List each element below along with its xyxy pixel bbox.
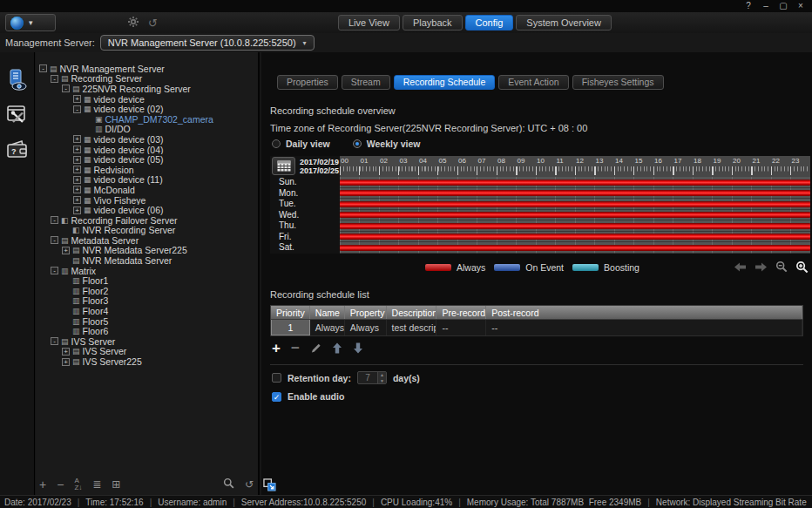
tree-item-video-device[interactable]: +▦video device [36,94,260,105]
tree-item-mcdonald[interactable]: +▦McDonald [36,185,260,195]
column-header-property[interactable]: Property [345,306,387,319]
expand-icon[interactable]: + [62,358,70,366]
view-option-daily-view[interactable]: Daily view [272,139,330,149]
day-row-tue[interactable] [340,199,810,210]
tree-item-redvision[interactable]: +▦Redvision [36,165,260,175]
column-header-name[interactable]: Name [310,306,345,319]
tree-item-video-device-05[interactable]: +▦video device (05) [36,154,260,165]
edit-schedule-icon[interactable] [310,342,321,356]
calendar-button[interactable] [272,157,295,175]
enable-audio-checkbox[interactable]: ✓ [272,392,281,402]
tree-item-floor6[interactable]: ▥Floor6 [36,326,260,336]
collapse-icon[interactable]: - [73,105,81,113]
column-header-priority[interactable]: Priority [271,306,310,319]
collapse-icon[interactable]: - [51,75,58,83]
move-up-icon[interactable] [332,342,342,356]
tree-item-recording-server[interactable]: -▤Recording Server [36,74,260,85]
tab-properties[interactable]: Properties [277,75,338,90]
tree-item-vivo-fisheye[interactable]: +▦Vivo Fisheye [36,195,260,206]
minimize-button[interactable]: – [760,1,772,11]
collapse-icon[interactable]: - [51,216,58,224]
list-view-icon[interactable]: ≣ [92,478,101,491]
refresh-icon[interactable]: ↺ [245,478,254,491]
license-icon[interactable]: ? [5,138,30,162]
expand-icon[interactable]: + [73,166,81,173]
schedule-bar-always[interactable] [340,201,810,207]
tree-item-floor5[interactable]: ▥Floor5 [36,316,260,327]
settings-export-icon[interactable] [127,16,139,30]
tab-config[interactable]: Config [465,15,514,30]
restore-button[interactable]: ▢ [777,1,789,11]
tree-item-floor4[interactable]: ▥Floor4 [36,306,260,316]
tree-item-recording-failover-server[interactable]: -◧Recording Failover Server [36,215,260,226]
remove-schedule-icon[interactable]: − [291,342,300,356]
add-device-icon[interactable]: ⊞ [112,478,120,491]
remote-config-icon[interactable] [5,103,30,127]
expand-icon[interactable]: + [62,247,70,254]
device-view-icon[interactable] [5,68,30,92]
add-icon[interactable]: + [39,478,46,491]
schedule-bar-always[interactable] [340,179,810,186]
search-icon[interactable] [223,478,234,491]
scroll-left-icon[interactable] [734,262,747,274]
collapse-icon[interactable]: - [51,236,58,244]
tree-item-matrix[interactable]: -▥Matrix [36,266,260,276]
tree-item-floor2[interactable]: ▥Floor2 [36,286,260,296]
expand-icon[interactable]: + [73,207,81,214]
management-server-dropdown[interactable]: NVR Management Server (10.0.8.225:5250) … [100,35,315,51]
zoom-in-icon[interactable] [795,261,809,275]
collapse-icon[interactable]: - [62,85,70,92]
schedule-bar-always[interactable] [340,234,810,240]
tab-event-action[interactable]: Event Action [498,75,568,90]
spin-down-icon[interactable]: ▼ [378,378,386,384]
tree-item-metadata-server[interactable]: -▤Metadata Server [36,235,260,246]
tab-system-overview[interactable]: System Overview [516,15,612,30]
tree-item-floor1[interactable]: ▥Floor1 [36,275,260,286]
tree-item-nvr-metadata-server225[interactable]: +▤NVR Metadata Server225 [36,246,260,256]
app-menu-button[interactable]: ▾ [5,14,56,31]
expand-icon[interactable]: + [73,146,81,153]
column-header-post-record[interactable]: Post-record [486,306,802,319]
retention-days-input[interactable]: 7 ▲▼ [357,371,387,384]
day-row-wed[interactable] [340,210,810,221]
column-header-description[interactable]: Description [387,306,437,319]
tab-stream[interactable]: Stream [342,75,390,90]
tab-live-view[interactable]: Live View [338,15,400,30]
help-button[interactable]: ? [742,1,754,11]
tree-item-nvr-management-server[interactable]: -▤NVR Management Server [36,64,260,74]
collapse-icon[interactable]: - [51,267,58,274]
expand-icon[interactable]: + [73,95,81,103]
tab-fisheyes-settings[interactable]: Fisheyes Settings [572,75,664,90]
restore-settings-icon[interactable]: ↺ [148,17,158,30]
day-row-sun[interactable] [340,177,810,188]
schedule-bar-always[interactable] [340,190,810,196]
day-row-fri[interactable] [340,232,810,243]
schedule-bar-always[interactable] [340,245,810,251]
day-row-mon[interactable] [340,188,810,200]
tree-item-video-device-11[interactable]: +▦video device (11) [36,175,260,186]
view-option-weekly-view[interactable]: Weekly view [353,139,421,149]
add-schedule-icon[interactable]: + [272,342,281,356]
spinner-buttons[interactable]: ▲▼ [377,372,386,383]
day-row-thu[interactable] [340,220,810,232]
tree-item-video-device-04[interactable]: +▦video device (04) [36,145,260,155]
retention-checkbox[interactable] [272,373,281,383]
remove-icon[interactable]: − [57,478,64,491]
scroll-right-icon[interactable] [754,262,768,274]
tab-playback[interactable]: Playback [403,15,463,30]
tree-item-ivs-server[interactable]: +▤IVS Server [36,347,260,357]
expand-icon[interactable]: + [73,156,81,164]
table-row[interactable]: 1AlwaysAlwaystest descrip...---- [270,320,803,336]
expand-icon[interactable]: + [62,348,70,356]
tree-item-video-device-03[interactable]: +▦video device (03) [36,134,260,145]
tree-item-champ-dm7302-camera[interactable]: ▣CHAMP_DM7302_camera [36,114,260,125]
schedule-bar-always[interactable] [340,212,810,218]
sort-icon[interactable]: AZ↓ [74,478,82,491]
move-down-icon[interactable] [353,342,363,356]
tree-item-nvr-metadata-server[interactable]: ▤NVR Metadata Server [36,255,260,266]
expand-icon[interactable]: + [73,196,81,204]
tab-recording-schedule[interactable]: Recording Schedule [394,75,496,90]
tree-item-video-device-02[interactable]: -▦video device (02) [36,104,260,114]
tree-item-video-device-06[interactable]: +▦video device (06) [36,205,260,215]
tree-item-floor3[interactable]: ▥Floor3 [36,296,260,307]
